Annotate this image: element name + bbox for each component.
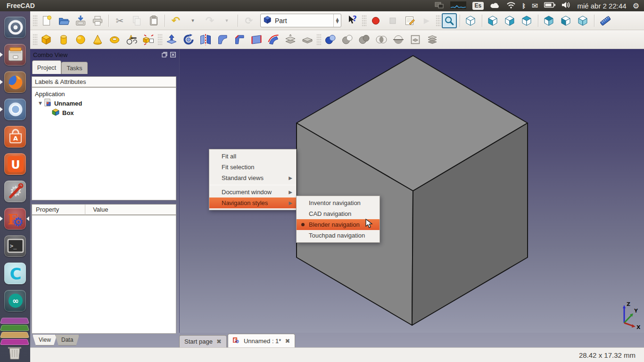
float-panel-icon[interactable] (161, 52, 167, 58)
toolbar-grip[interactable] (436, 15, 440, 27)
launcher-software-center[interactable]: A (4, 125, 26, 148)
view-top-button[interactable] (519, 13, 535, 29)
menu-item-document-window[interactable]: Document window▶ (209, 187, 296, 197)
macro-edit-button[interactable] (402, 13, 418, 29)
document-tab-unnamed-1-[interactable]: F⚙Unnamed : 1*✖ (228, 334, 295, 347)
ruled-surface-button[interactable] (248, 32, 264, 48)
tab-tasks[interactable]: Tasks (61, 62, 88, 74)
launcher-app-stack[interactable] (0, 325, 29, 331)
toolbar-grip[interactable] (362, 15, 366, 27)
thickness-button[interactable] (299, 32, 315, 48)
close-panel-icon[interactable] (170, 52, 176, 58)
undo-button[interactable]: ↶ (168, 13, 184, 29)
submenu-item-inventor-navigation[interactable]: Inventor navigation (297, 197, 380, 208)
tab-view[interactable]: View (33, 335, 57, 346)
document-tab-start-page[interactable]: Start page✖ (179, 335, 227, 347)
menu-item-fit-selection[interactable]: Fit selection (209, 162, 296, 173)
keyboard-layout-badge[interactable]: Es (472, 2, 484, 10)
refresh-button[interactable]: ⟳ (241, 13, 257, 29)
launcher-code-app[interactable]: C (4, 262, 26, 285)
intersection-button[interactable] (373, 32, 389, 48)
launcher-arduino[interactable]: ∞ (4, 289, 26, 312)
submenu-item-cad-navigation[interactable]: CAD navigation (297, 208, 380, 219)
launcher-freecad[interactable]: F⚙ (4, 207, 26, 230)
compound-button[interactable] (424, 32, 440, 48)
cloud-icon[interactable] (490, 2, 500, 10)
mirror-button[interactable] (198, 32, 214, 48)
expander-icon[interactable]: ▼ (39, 101, 42, 106)
box-button[interactable] (39, 32, 55, 48)
window-switcher-icon[interactable] (435, 2, 444, 10)
whats-this-button[interactable]: ? (345, 13, 361, 29)
launcher-chromium[interactable] (4, 98, 26, 121)
torus-button[interactable] (107, 32, 123, 48)
launcher-dash-home[interactable] (4, 16, 26, 39)
cut-button[interactable]: ✂ (112, 13, 128, 29)
macro-record-button[interactable] (368, 13, 384, 29)
menu-item-standard-views[interactable]: Standard views▶ (209, 173, 296, 183)
launcher-ubuntu-one[interactable]: U (4, 153, 26, 175)
combo-view-titlebar[interactable]: Combo View (30, 49, 178, 60)
view-axonometric-button[interactable] (463, 13, 479, 29)
view-rear-button[interactable] (541, 13, 557, 29)
workbench-selector-spinner[interactable]: ▲▼ (333, 14, 341, 27)
paste-button[interactable] (146, 13, 162, 29)
fillet-button[interactable] (215, 32, 231, 48)
chamfer-button[interactable] (231, 32, 248, 48)
toolbar-grip[interactable] (33, 33, 37, 46)
boolean-button[interactable] (322, 32, 339, 48)
view-left-button[interactable] (558, 13, 574, 29)
launcher-system-settings[interactable]: ⚙ (4, 180, 26, 203)
revolve-button[interactable] (181, 32, 197, 48)
property-table-body[interactable] (32, 215, 176, 334)
toolbar-grip[interactable] (158, 33, 162, 46)
offset-button[interactable] (282, 32, 298, 48)
redo-button[interactable]: ↷ (202, 13, 218, 29)
tab-project[interactable]: Project (32, 60, 61, 74)
volume-icon[interactable] (561, 1, 571, 10)
close-tab-icon[interactable]: ✖ (216, 338, 222, 345)
menu-item-navigation-styles[interactable]: Navigation styles▶ (209, 197, 296, 208)
system-monitor-icon[interactable] (450, 1, 466, 10)
submenu-item-touchpad-navigation[interactable]: Touchpad navigation (297, 230, 380, 241)
bluetooth-icon[interactable]: ᛒ (522, 2, 526, 9)
undo-dropdown[interactable]: ▾ (185, 13, 201, 29)
macro-stop-button[interactable] (385, 13, 401, 29)
cross-sections-button[interactable] (407, 32, 423, 48)
launcher-app-stack[interactable] (0, 332, 29, 338)
open-document-button[interactable] (56, 13, 72, 29)
new-document-button[interactable] (39, 13, 55, 29)
view-bottom-button[interactable] (575, 13, 591, 29)
session-gear-icon[interactable]: ⚙ (633, 1, 639, 10)
close-tab-icon[interactable]: ✖ (285, 337, 290, 345)
extrude-button[interactable] (164, 32, 180, 48)
workbench-selector[interactable]: Part ▲▼ (260, 14, 341, 27)
menu-item-fit-all[interactable]: Fit all (209, 151, 296, 162)
create-primitives-button[interactable] (124, 32, 140, 48)
toolbar-grip[interactable] (317, 33, 321, 46)
redo-dropdown[interactable]: ▾ (219, 13, 235, 29)
tree-item-box[interactable]: Box (34, 108, 176, 117)
view-right-button[interactable] (502, 13, 518, 29)
cylinder-button[interactable] (56, 32, 72, 48)
save-button[interactable] (73, 13, 89, 29)
measure-button[interactable] (597, 13, 613, 29)
launcher-files[interactable] (4, 43, 26, 66)
sphere-button[interactable] (73, 32, 89, 48)
sweep-button[interactable] (265, 32, 281, 48)
toolbar-grip[interactable] (33, 15, 37, 27)
tab-data[interactable]: Data (55, 335, 79, 346)
mail-icon[interactable]: ✉ (532, 1, 538, 10)
wifi-icon[interactable] (506, 1, 516, 10)
tree-item-application[interactable]: Application (34, 89, 176, 99)
cone-button[interactable] (90, 32, 106, 48)
union-button[interactable] (356, 32, 372, 48)
battery-icon[interactable] (544, 2, 555, 9)
zoom-selection-button[interactable] (442, 13, 457, 28)
launcher-terminal[interactable]: >_ (4, 235, 26, 257)
clock-menu[interactable]: mié abr 2 22:44 (577, 2, 626, 10)
view-front-button[interactable] (485, 13, 501, 29)
print-button[interactable] (90, 13, 106, 29)
section-button[interactable] (390, 32, 406, 48)
launcher-firefox[interactable] (4, 71, 26, 93)
